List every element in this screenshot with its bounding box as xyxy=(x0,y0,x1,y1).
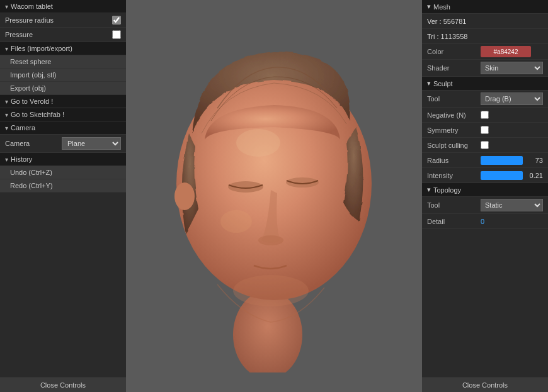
right-panel: ▾ Mesh Ver : 556781 Tri : 1113558 Color … xyxy=(422,0,548,392)
tri-row: Tri : 1113558 xyxy=(422,29,548,44)
color-picker[interactable]: #a84242 xyxy=(481,46,531,57)
sculpt-culling-checkbox[interactable] xyxy=(481,141,489,149)
topology-tool-select[interactable]: Static Dynamic Decimation xyxy=(481,199,543,211)
sketchfab-arrow: ▾ xyxy=(5,111,8,118)
undo-btn[interactable]: Undo (Ctrl+Z) xyxy=(0,166,126,179)
pressure-radius-row: Pressure radius xyxy=(0,13,126,28)
tool-row: Tool Drag (B) Brush (X) Inflate (I) Flat… xyxy=(422,91,548,108)
intensity-value: 0.21 xyxy=(525,172,543,179)
camera-section-header[interactable]: ▾ Camera xyxy=(0,121,126,135)
head-svg xyxy=(142,20,406,372)
detail-value: 0 xyxy=(481,218,484,225)
pressure-radius-checkbox[interactable] xyxy=(112,16,121,25)
tri-value: Tri : 1113558 xyxy=(427,33,543,40)
right-close-controls-btn[interactable]: Close Controls xyxy=(422,378,548,392)
symmetry-checkbox[interactable] xyxy=(481,126,489,134)
history-section-header[interactable]: ▾ History xyxy=(0,153,126,166)
radius-row: Radius 73 xyxy=(422,153,548,168)
wacom-arrow: ▾ xyxy=(5,3,8,10)
pressure-label: Pressure xyxy=(5,31,108,38)
topology-label: Topology xyxy=(433,186,461,194)
radius-slider-container[interactable]: 73 xyxy=(481,156,543,165)
history-arrow: ▾ xyxy=(5,156,8,163)
left-panel: ▾ Wacom tablet Pressure radius Pressure … xyxy=(0,0,126,392)
sculpt-arrow: ▾ xyxy=(427,79,431,87)
negative-row: Negative (N) xyxy=(422,108,548,123)
radius-slider-bar[interactable] xyxy=(481,156,523,165)
mesh-arrow: ▾ xyxy=(427,3,431,11)
topology-tool-label: Tool xyxy=(427,201,481,209)
files-arrow: ▾ xyxy=(5,45,8,52)
camera-row: Camera Plane Perspective Orthographic xyxy=(0,135,126,153)
color-label: Color xyxy=(427,48,481,55)
detail-label: Detail xyxy=(427,218,481,225)
color-hex: #a84242 xyxy=(494,48,518,55)
mesh-label: Mesh xyxy=(433,3,450,11)
topology-arrow: ▾ xyxy=(427,186,431,194)
intensity-row: Intensity 0.21 xyxy=(422,168,548,183)
svg-point-5 xyxy=(233,275,309,306)
shader-label: Shader xyxy=(427,64,481,72)
shader-select[interactable]: Skin Matcap Wireframe Normal xyxy=(481,62,543,74)
svg-point-6 xyxy=(174,182,195,210)
import-btn[interactable]: Import (obj, stl) xyxy=(0,69,126,82)
camera-arrow: ▾ xyxy=(5,125,8,132)
detail-row: Detail 0 xyxy=(422,214,548,229)
tool-select[interactable]: Drag (B) Brush (X) Inflate (I) Flatten (… xyxy=(481,92,543,105)
verold-label: Go to Verold ! xyxy=(11,98,53,105)
svg-point-4 xyxy=(258,235,283,245)
svg-point-8 xyxy=(220,210,252,233)
viewport[interactable] xyxy=(126,0,422,392)
intensity-slider-bar[interactable] xyxy=(481,171,523,180)
redo-btn[interactable]: Redo (Ctrl+Y) xyxy=(0,179,126,193)
ver-value: Ver : 556781 xyxy=(427,18,543,25)
pressure-checkbox[interactable] xyxy=(112,30,121,39)
svg-point-7 xyxy=(236,129,280,157)
reset-sphere-btn[interactable]: Reset sphere xyxy=(0,55,126,69)
mesh-section-header[interactable]: ▾ Mesh xyxy=(422,0,548,14)
camera-label: Camera xyxy=(11,124,35,132)
sketchfab-label: Go to Sketchfab ! xyxy=(11,111,64,118)
wacom-section-header[interactable]: ▾ Wacom tablet xyxy=(0,0,126,13)
files-label: Files (import/export) xyxy=(11,45,72,52)
verold-arrow: ▾ xyxy=(5,98,8,105)
pressure-row: Pressure xyxy=(0,28,126,42)
shader-row: Shader Skin Matcap Wireframe Normal xyxy=(422,60,548,77)
ver-row: Ver : 556781 xyxy=(422,14,548,29)
camera-type-label: Camera xyxy=(5,140,58,147)
sculpt-label: Sculpt xyxy=(433,80,453,87)
sculpt-culling-label: Sculpt culling xyxy=(427,142,481,149)
intensity-label: Intensity xyxy=(427,172,481,179)
sketchfab-header[interactable]: ▾ Go to Sketchfab ! xyxy=(0,108,126,121)
history-label: History xyxy=(11,155,32,163)
verold-header[interactable]: ▾ Go to Verold ! xyxy=(0,95,126,108)
topology-section-header[interactable]: ▾ Topology xyxy=(422,183,548,197)
negative-label: Negative (N) xyxy=(427,111,481,119)
tool-label: Tool xyxy=(427,95,481,103)
sculpt-section-header[interactable]: ▾ Sculpt xyxy=(422,77,548,91)
camera-select[interactable]: Plane Perspective Orthographic xyxy=(62,137,121,150)
topology-tool-row: Tool Static Dynamic Decimation xyxy=(422,197,548,214)
left-close-controls-btn[interactable]: Close Controls xyxy=(0,378,126,392)
canvas xyxy=(126,0,422,392)
negative-checkbox[interactable] xyxy=(481,111,489,119)
wacom-label: Wacom tablet xyxy=(11,3,53,10)
pressure-radius-label: Pressure radius xyxy=(5,16,108,24)
radius-label: Radius xyxy=(427,157,481,164)
symmetry-row: Symmetry xyxy=(422,123,548,138)
radius-value: 73 xyxy=(525,157,543,164)
sculpt-culling-row: Sculpt culling xyxy=(422,138,548,153)
intensity-slider-container[interactable]: 0.21 xyxy=(481,171,543,180)
symmetry-label: Symmetry xyxy=(427,126,481,134)
color-row: Color #a84242 xyxy=(422,44,548,60)
files-section-header[interactable]: ▾ Files (import/export) xyxy=(0,42,126,55)
export-btn[interactable]: Export (obj) xyxy=(0,82,126,95)
